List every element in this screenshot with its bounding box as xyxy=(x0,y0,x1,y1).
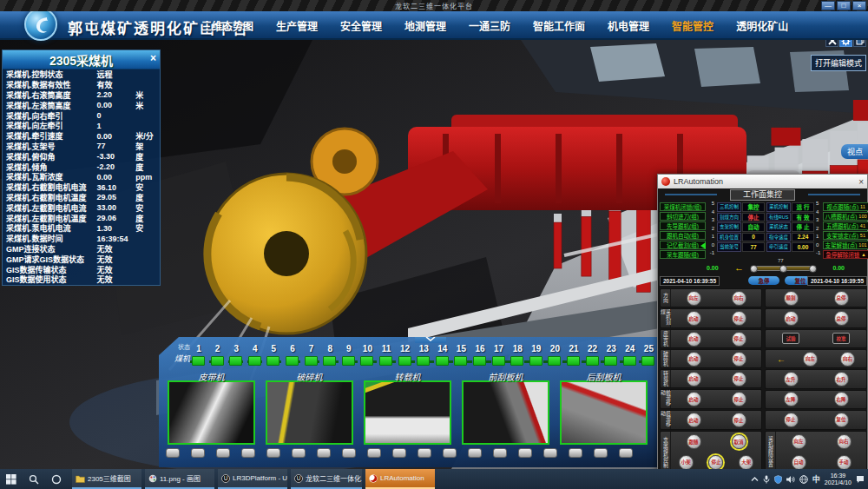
support-status-box[interactable] xyxy=(360,356,373,366)
hmi-round-button[interactable]: 右降 xyxy=(834,392,849,406)
taskbar-clock[interactable]: 16:392021/4/10 xyxy=(825,472,852,486)
maximize-button[interactable]: □ xyxy=(837,1,851,10)
support-status-box[interactable] xyxy=(473,356,486,366)
hmi-round-button[interactable]: 右升 xyxy=(834,372,849,387)
start-button[interactable] xyxy=(0,469,23,489)
panel-close-icon[interactable]: × xyxy=(150,52,156,64)
lr-point-button[interactable]: 视点跟随(点)11 xyxy=(823,202,868,211)
viewpoint-tab[interactable]: 视点 xyxy=(841,144,868,159)
hmi-round-button[interactable]: 顺割 xyxy=(784,291,799,306)
support-thumb[interactable] xyxy=(342,448,356,458)
support-status-box[interactable] xyxy=(586,356,599,366)
estop-unlock-button[interactable]: 急停解除闭锁▲ xyxy=(823,250,868,259)
nav-item[interactable]: 三维态势图 xyxy=(201,18,253,33)
hmi-round-button[interactable]: 向右 xyxy=(732,291,746,306)
support-thumb[interactable] xyxy=(418,448,431,458)
hmi-round-button[interactable]: 启动 xyxy=(687,372,701,387)
support-status-box[interactable] xyxy=(436,356,449,366)
support-thumb[interactable] xyxy=(619,448,633,458)
hmi-round-button[interactable]: 校准 xyxy=(832,333,850,344)
workface-control-tab[interactable]: 工作面集控 xyxy=(730,189,795,201)
hmi-round-button[interactable]: 向左 xyxy=(792,434,806,449)
nav-item[interactable]: 生产管理 xyxy=(276,18,318,33)
taskbar-app[interactable]: U龙软二三维一体化... xyxy=(291,469,362,489)
hmi-round-button[interactable]: 跟随 xyxy=(687,434,701,449)
speaker-icon[interactable] xyxy=(786,475,795,484)
network-globe-icon[interactable] xyxy=(799,475,808,484)
nav-item[interactable]: 地测管理 xyxy=(404,18,446,33)
microphone-icon[interactable] xyxy=(763,475,770,484)
action-center-icon[interactable] xyxy=(856,475,865,484)
nav-item[interactable]: 智能管控 xyxy=(672,18,713,33)
support-thumb[interactable] xyxy=(392,448,406,458)
lr-close-icon[interactable]: × xyxy=(858,177,864,187)
camera-feed[interactable] xyxy=(364,380,451,445)
support-status-box[interactable] xyxy=(266,356,279,366)
hmi-round-button[interactable]: 向左 xyxy=(687,291,701,306)
support-status-box[interactable] xyxy=(641,356,654,366)
camera-feed[interactable] xyxy=(462,380,549,445)
hmi-round-button[interactable]: 停止 xyxy=(708,455,723,470)
hmi-round-button[interactable]: 停止 xyxy=(784,413,799,427)
support-status-box[interactable] xyxy=(417,356,430,366)
lr-group-button[interactable]: 先导跟机(组) xyxy=(660,221,706,230)
hmi-round-button[interactable]: 大架 xyxy=(739,455,753,470)
support-status-box[interactable] xyxy=(454,356,467,366)
estop-pill-button[interactable]: 急停 xyxy=(748,276,779,285)
lr-group-button[interactable]: 跟机自动(组) xyxy=(660,231,706,240)
support-thumb[interactable] xyxy=(543,448,557,458)
support-status-box[interactable] xyxy=(492,356,505,366)
support-thumb[interactable] xyxy=(518,448,532,458)
lr-group-button[interactable]: 采煤机闭锁(组) xyxy=(660,202,706,211)
hmi-round-button[interactable]: 试验 xyxy=(782,333,799,344)
taskbar-app[interactable]: LRAutomation xyxy=(365,469,435,489)
hmi-round-button[interactable]: 总停 xyxy=(834,311,849,326)
hmi-round-button[interactable]: 停止 xyxy=(732,372,746,387)
support-thumb[interactable] xyxy=(468,448,482,458)
hmi-round-button[interactable]: 复位 xyxy=(834,413,849,427)
hmi-round-button[interactable]: 向右 xyxy=(837,434,852,449)
hmi-round-button[interactable]: 向右 xyxy=(840,352,855,367)
hmi-round-button[interactable]: 停止 xyxy=(732,413,746,427)
taskbar-app[interactable]: ULR3DPlatform - U... xyxy=(218,469,287,489)
support-thumb[interactable] xyxy=(317,448,331,458)
hmi-round-button[interactable]: 启动 xyxy=(784,311,799,326)
support-thumb[interactable] xyxy=(166,448,180,458)
support-status-box[interactable] xyxy=(398,356,411,366)
close-button[interactable]: × xyxy=(852,1,866,10)
lr-point-button[interactable]: 支架解锁(点)101 xyxy=(823,241,868,249)
support-status-box[interactable] xyxy=(286,356,299,366)
support-thumb[interactable] xyxy=(443,448,457,458)
hmi-round-button[interactable]: 手动 xyxy=(837,455,852,470)
support-status-box[interactable] xyxy=(623,356,636,366)
support-status-box[interactable] xyxy=(604,356,617,366)
support-status-box[interactable] xyxy=(379,356,392,366)
hmi-round-button[interactable]: 启动 xyxy=(687,413,701,427)
support-status-box[interactable] xyxy=(248,356,261,366)
support-thumb[interactable] xyxy=(493,448,507,458)
support-thumb[interactable] xyxy=(266,448,280,458)
support-status-box[interactable] xyxy=(548,356,561,366)
nav-item[interactable]: 一通三防 xyxy=(469,18,510,33)
support-thumb[interactable] xyxy=(191,448,205,458)
support-status-box[interactable] xyxy=(211,356,224,366)
camera-feed[interactable] xyxy=(560,380,648,445)
nav-item[interactable]: 透明化矿山 xyxy=(736,18,788,33)
camera-feed[interactable] xyxy=(168,380,255,445)
hmi-round-button[interactable]: 小架 xyxy=(679,455,694,470)
hmi-round-button[interactable]: 左升 xyxy=(784,372,799,387)
support-status-box[interactable] xyxy=(305,356,318,366)
hmi-round-button[interactable]: 自动 xyxy=(792,455,806,470)
lr-group-button[interactable]: 采车跟随(组) xyxy=(660,250,706,259)
security-shield-icon[interactable] xyxy=(774,475,782,484)
hmi-round-button[interactable]: 停止 xyxy=(732,392,746,406)
support-thumb[interactable] xyxy=(569,448,582,458)
hmi-round-button[interactable]: 启动 xyxy=(687,392,701,406)
hmi-round-button[interactable]: 启动 xyxy=(687,332,701,347)
nav-item[interactable]: 安全管理 xyxy=(340,18,382,33)
lr-titlebar[interactable]: LRAutomation × xyxy=(658,175,867,188)
support-status-box[interactable] xyxy=(323,356,336,366)
hmi-round-button[interactable]: 停止 xyxy=(732,352,746,367)
camera-feed[interactable] xyxy=(266,380,353,445)
hmi-round-button[interactable]: 停止 xyxy=(732,311,746,326)
